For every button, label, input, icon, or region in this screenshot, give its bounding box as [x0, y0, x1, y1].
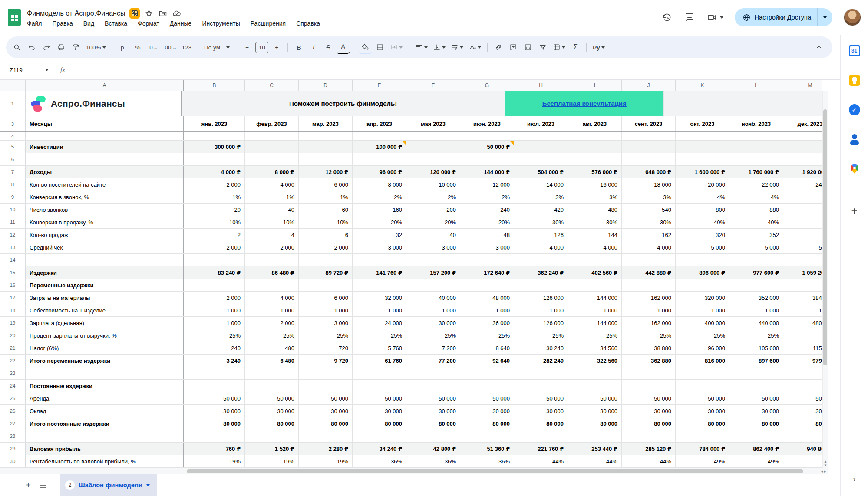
cell[interactable]: Переменные издержки: [26, 279, 184, 291]
cell[interactable]: 3 000: [406, 241, 460, 253]
column-header[interactable]: J: [622, 80, 676, 91]
cell[interactable]: 352 000: [729, 292, 783, 304]
cell[interactable]: [783, 153, 822, 165]
cell[interactable]: 126: [514, 229, 568, 241]
cell[interactable]: -80 000: [299, 417, 353, 430]
sheet-menu-caret[interactable]: [146, 484, 150, 486]
cell[interactable]: 19%: [299, 455, 353, 467]
cell[interactable]: окт. 2023: [676, 116, 729, 131]
row-header[interactable]: 8: [0, 178, 26, 191]
cell[interactable]: 4 000: [622, 241, 676, 253]
cell[interactable]: 25%: [783, 329, 822, 342]
cell[interactable]: 105 600: [729, 342, 783, 354]
cell[interactable]: 50 000: [729, 392, 783, 404]
cell[interactable]: 320 000: [676, 292, 729, 304]
menu-insert[interactable]: Вставка: [105, 20, 127, 27]
horizontal-scroll-arrows[interactable]: ◂▸: [821, 469, 827, 473]
cell[interactable]: [245, 254, 299, 266]
cell[interactable]: [245, 367, 299, 379]
cell[interactable]: [299, 430, 353, 442]
cell[interactable]: 384 000: [783, 292, 822, 304]
cell[interactable]: -61 760: [353, 355, 406, 367]
cell[interactable]: 30 000: [514, 405, 568, 417]
cell[interactable]: 480: [568, 204, 622, 216]
horizontal-align-button[interactable]: [413, 41, 429, 54]
cell[interactable]: [245, 153, 299, 165]
share-button[interactable]: Настройки Доступа: [735, 8, 832, 26]
sheet-tab-active[interactable]: 2 Шаблон финмодели: [60, 474, 157, 496]
cell[interactable]: 8 000 ₽: [245, 166, 299, 178]
column-header[interactable]: H: [514, 80, 568, 91]
row-header[interactable]: 3: [0, 116, 26, 131]
cell[interactable]: 24 000: [783, 178, 822, 191]
cell[interactable]: -3 240: [184, 355, 245, 367]
cell[interactable]: [26, 367, 184, 379]
cell[interactable]: [568, 141, 622, 153]
cell[interactable]: [783, 279, 822, 291]
cell[interactable]: -979 200: [783, 355, 822, 367]
cell[interactable]: Инвестиции: [26, 141, 184, 153]
cell[interactable]: Налог (6%): [26, 342, 184, 354]
cell[interactable]: Процент зарплаты от выручки, %: [26, 329, 184, 342]
row-header[interactable]: 19: [0, 317, 26, 329]
cell[interactable]: [783, 132, 822, 140]
cell[interactable]: Поможем построить финмодель!: [182, 91, 505, 116]
cell[interactable]: 221 760 ₽: [514, 443, 568, 455]
column-header[interactable]: M: [783, 80, 822, 91]
cell[interactable]: 100 000 ₽: [353, 141, 406, 153]
all-sheets-icon[interactable]: [36, 478, 50, 493]
cell[interactable]: 50 000: [568, 392, 622, 404]
increase-decimal-button[interactable]: .00→: [162, 41, 178, 54]
row-header[interactable]: 9: [0, 191, 26, 203]
cell[interactable]: 25%: [622, 329, 676, 342]
menu-tools[interactable]: Инструменты: [202, 20, 240, 27]
cell[interactable]: 240: [460, 204, 514, 216]
cell[interactable]: 25%: [353, 329, 406, 342]
column-header[interactable]: G: [460, 80, 514, 91]
row-header[interactable]: 1: [0, 91, 26, 116]
cell[interactable]: 30 000: [622, 405, 676, 417]
insert-comment-button[interactable]: [507, 41, 520, 54]
cell[interactable]: Рентабельность по валовой прибыли, %: [26, 455, 184, 467]
cell[interactable]: 4 000: [514, 241, 568, 253]
cell[interactable]: [460, 254, 514, 266]
cell[interactable]: 1 000: [184, 304, 245, 316]
cell[interactable]: 40%: [783, 216, 822, 228]
cell[interactable]: [676, 153, 729, 165]
cell[interactable]: 144 000: [568, 292, 622, 304]
cell[interactable]: [406, 279, 460, 291]
cell[interactable]: 50 000: [299, 392, 353, 404]
cell[interactable]: 19%: [184, 455, 245, 467]
cell[interactable]: Конверсия в продажу, %: [26, 216, 184, 228]
insert-chart-button[interactable]: [521, 41, 535, 54]
vertical-scrollbar-thumb[interactable]: [823, 109, 827, 365]
cell[interactable]: [676, 367, 729, 379]
cell[interactable]: Себестоимость на 1 изделие: [26, 304, 184, 316]
column-header[interactable]: K: [676, 80, 729, 91]
menu-extensions[interactable]: Расширения: [251, 20, 286, 27]
cell[interactable]: 30 000: [568, 405, 622, 417]
cell[interactable]: [245, 430, 299, 442]
cell[interactable]: 3 000: [299, 317, 353, 329]
cell[interactable]: Доходы: [26, 166, 184, 178]
cell[interactable]: 1 000: [514, 304, 568, 316]
cell[interactable]: 34 240 ₽: [353, 443, 406, 455]
cell[interactable]: [514, 367, 568, 379]
share-dropdown[interactable]: [818, 8, 832, 26]
strikethrough-button[interactable]: S: [322, 41, 335, 54]
menu-file[interactable]: Файл: [27, 20, 42, 27]
cell[interactable]: мар. 2023: [299, 116, 353, 131]
cell[interactable]: -80 000: [783, 417, 822, 430]
column-header[interactable]: F: [406, 80, 460, 91]
row-header[interactable]: 11: [0, 216, 26, 228]
cell[interactable]: [568, 153, 622, 165]
cell[interactable]: 576 000 ₽: [568, 166, 622, 178]
cell[interactable]: [622, 153, 676, 165]
row-header[interactable]: 12: [0, 229, 26, 241]
cell[interactable]: 126 000: [514, 317, 568, 329]
cell[interactable]: 25%: [514, 329, 568, 342]
cell[interactable]: [568, 367, 622, 379]
cell[interactable]: 48: [460, 229, 514, 241]
cell[interactable]: мая 2023: [406, 116, 460, 131]
cell[interactable]: 49%: [676, 455, 729, 467]
